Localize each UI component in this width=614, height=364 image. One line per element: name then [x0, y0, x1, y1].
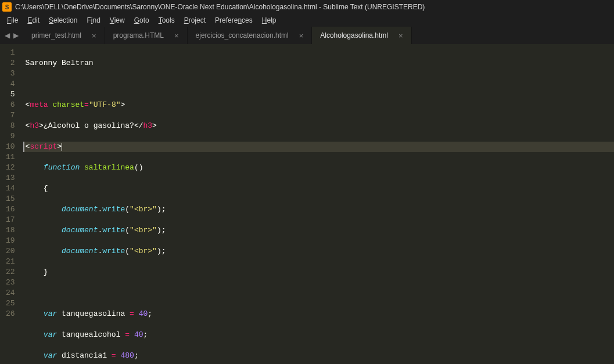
- code-line: [23, 79, 614, 89]
- code-line: }: [23, 267, 614, 277]
- close-icon[interactable]: ×: [174, 31, 179, 40]
- code-line: document.write("<br>");: [23, 204, 614, 215]
- tab-primer-test[interactable]: primer_test.html ×: [23, 27, 105, 44]
- title-bar: S C:\Users\DELL\OneDrive\Documents\Saron…: [0, 0, 614, 14]
- code-line: var tanquealcohol = 40;: [23, 330, 614, 340]
- code-line: Saronny Beltran: [23, 58, 614, 69]
- code-line: <script>: [23, 142, 614, 152]
- tab-label: primer_test.html: [31, 31, 81, 39]
- text-cursor: [62, 143, 62, 151]
- menu-selection[interactable]: Selection: [44, 15, 82, 26]
- tab-label: ejercicios_concatenacion.html: [196, 31, 289, 39]
- menu-tools[interactable]: Tools: [154, 15, 179, 26]
- menu-file[interactable]: File: [2, 15, 23, 26]
- nav-forward-icon[interactable]: ▶: [13, 31, 19, 39]
- menu-goto[interactable]: Goto: [130, 15, 154, 26]
- close-icon[interactable]: ×: [299, 31, 304, 40]
- line-number-gutter: 1234567891011121314151617181920212223242…: [0, 44, 23, 364]
- code-line: <h3>¿Alcohol o gasolina?</h3>: [23, 121, 614, 131]
- tab-label: Alcohologasolina.html: [320, 31, 388, 39]
- tab-bar: ◀ ▶ primer_test.html × programa.HTML × e…: [0, 27, 614, 44]
- window-title: C:\Users\DELL\OneDrive\Documents\Saronny…: [15, 3, 425, 11]
- menu-edit[interactable]: Edit: [23, 15, 44, 26]
- menu-help[interactable]: Help: [257, 15, 281, 26]
- menu-view[interactable]: View: [105, 15, 130, 26]
- tab-label: programa.HTML: [113, 31, 164, 39]
- menu-bar: File Edit Selection Find View Goto Tools…: [0, 14, 614, 27]
- close-icon[interactable]: ×: [92, 31, 96, 40]
- code-line: var distancia1 = 480;: [23, 351, 614, 361]
- code-line: [23, 288, 614, 298]
- code-line: function saltarlinea(): [23, 163, 614, 173]
- close-icon[interactable]: ×: [398, 31, 403, 40]
- app-icon: S: [2, 2, 12, 12]
- editor-area[interactable]: 1234567891011121314151617181920212223242…: [0, 44, 614, 364]
- code-line: document.write("<br>");: [23, 246, 614, 257]
- menu-preferences[interactable]: Preferences: [210, 15, 257, 26]
- tab-alcohologasolina[interactable]: Alcohologasolina.html ×: [312, 27, 411, 44]
- nav-back-icon[interactable]: ◀: [5, 31, 10, 39]
- code-line: var tanquegasolina = 40;: [23, 309, 614, 319]
- menu-find[interactable]: Find: [82, 15, 105, 26]
- code-line: document.write("<br>");: [23, 225, 614, 236]
- code-line: <meta charset="UTF-8">: [23, 100, 614, 110]
- code-line: {: [23, 183, 614, 194]
- tab-programa[interactable]: programa.HTML ×: [105, 27, 188, 44]
- tab-nav: ◀ ▶: [0, 27, 23, 44]
- code-content[interactable]: Saronny Beltran <meta charset="UTF-8"> <…: [23, 44, 614, 364]
- menu-project[interactable]: Project: [179, 15, 210, 26]
- tab-ejercicios[interactable]: ejercicios_concatenacion.html ×: [188, 27, 313, 44]
